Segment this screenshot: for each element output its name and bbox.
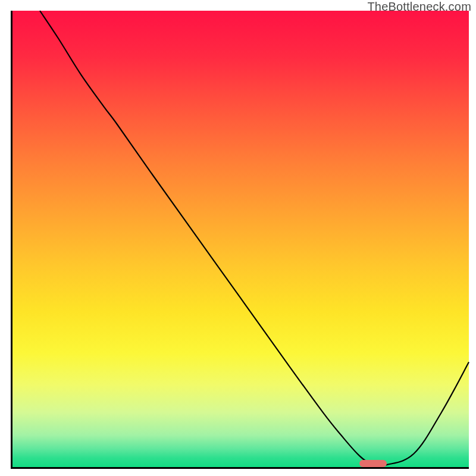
bottleneck-curve — [12, 11, 469, 467]
optimal-marker — [359, 460, 387, 467]
chart-container: TheBottleneck.com — [0, 0, 476, 476]
plot-area — [11, 11, 469, 469]
